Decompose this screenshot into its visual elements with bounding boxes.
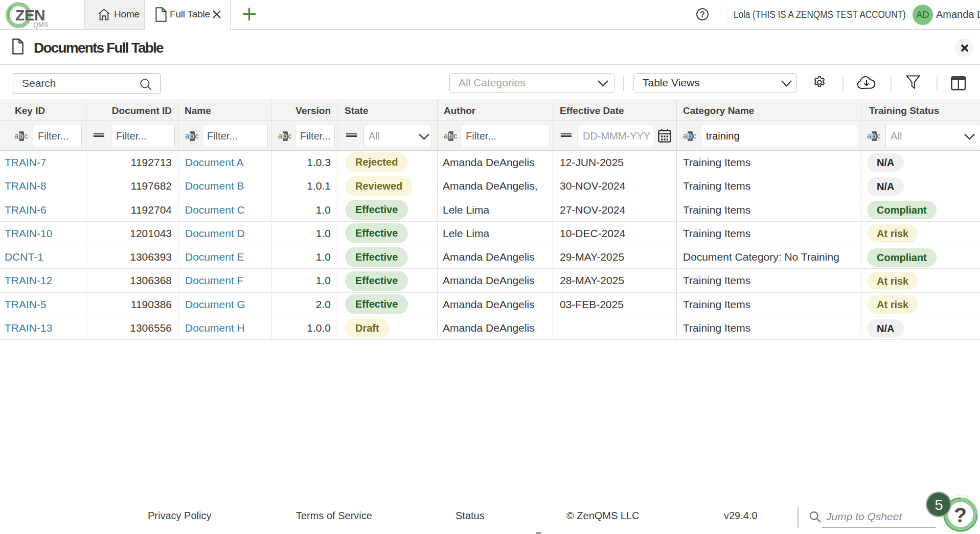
svg-text:QMS: QMS bbox=[33, 21, 49, 29]
svg-text:5: 5 bbox=[935, 497, 943, 513]
svg-text:?: ? bbox=[954, 503, 967, 527]
